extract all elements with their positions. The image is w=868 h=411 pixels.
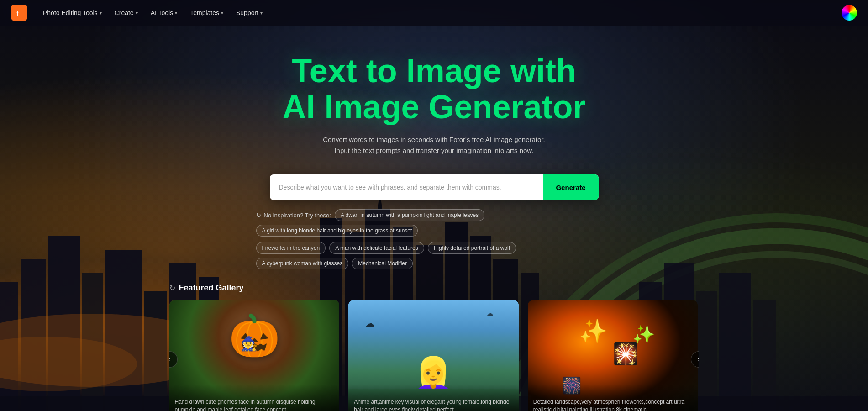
brand-logo[interactable]: f	[11, 5, 27, 21]
tag-button-6[interactable]: Mechanical Modifier	[352, 258, 413, 269]
hero-title: Text to Image with AI Image Generator	[282, 53, 585, 125]
tag-button-0[interactable]: A dwarf in autumn with a pumpkin light a…	[335, 209, 484, 221]
svg-text:f: f	[16, 10, 19, 17]
gallery-card-gnome-caption: Hand drawn cute gnomes face in autumn di…	[169, 385, 340, 411]
hero-content: Text to Image with AI Image Generator Co…	[0, 26, 868, 411]
nav-create[interactable]: Create ▾	[110, 6, 142, 19]
prompt-input[interactable]	[270, 174, 543, 200]
chevron-down-icon: ▾	[221, 11, 223, 16]
gallery-card-gnome[interactable]: 🎃 🧙 Hand drawn cute gnomes face in autum…	[169, 300, 340, 411]
generate-button[interactable]: Generate	[543, 174, 598, 200]
chevron-down-icon: ▾	[100, 11, 102, 16]
inspiration-label: ↻ No inspiration? Try these:	[256, 212, 331, 219]
svg-rect-0	[14, 8, 24, 18]
tag-button-5[interactable]: A cyberpunk woman with glasses	[256, 258, 349, 269]
nav-ai-tools[interactable]: AI Tools ▾	[146, 6, 182, 19]
gallery-card-anime-caption: Anime art,anime key visual of elegant yo…	[348, 385, 519, 411]
featured-title: Featured Gallery	[179, 283, 244, 293]
nav-templates-label: Templates	[190, 9, 219, 16]
nav-support-label: Support	[236, 9, 258, 16]
chevron-down-icon: ▾	[136, 11, 138, 16]
nav-ai-tools-label: AI Tools	[151, 9, 174, 16]
featured-gallery-section: ↻ Featured Gallery ‹ 🎃 🧙 Hand drawn cute…	[160, 283, 708, 411]
hero-title-line1: Text to Image with	[292, 53, 576, 89]
tag-button-3[interactable]: A man with delicate facial features	[329, 242, 424, 254]
navbar: f Photo Editing Tools ▾ Create ▾ AI Tool…	[0, 0, 868, 26]
chevron-down-icon: ▾	[260, 11, 263, 16]
tags-row2: Fireworks in the canyon A man with delic…	[256, 242, 612, 269]
chevron-down-icon: ▾	[175, 11, 177, 16]
gallery-card-fireworks[interactable]: ✨ ✨ 🎇 🎆 Detailed landscape,very atmosphe…	[528, 300, 698, 411]
gallery-card-fireworks-caption: Detailed landscape,very atmospheri firew…	[528, 385, 698, 411]
hero-title-line2: AI Image Generator	[282, 89, 585, 125]
tag-button-2[interactable]: Fireworks in the canyon	[256, 242, 326, 254]
nav-photo-editing-label: Photo Editing Tools	[43, 9, 98, 16]
prompt-search-bar: Generate	[270, 174, 599, 200]
nav-support[interactable]: Support ▾	[231, 6, 267, 19]
gallery-card-anime[interactable]: ☁ ☁ 👱‍♀️ Anime art,anime key visual of e…	[348, 300, 519, 411]
tag-button-4[interactable]: Highly detailed portrait of a wolf	[428, 242, 516, 254]
refresh-icon: ↻	[256, 212, 261, 219]
gallery-icon: ↻	[169, 284, 175, 292]
user-avatar[interactable]	[842, 5, 857, 21]
inspiration-row: ↻ No inspiration? Try these: A dwarf in …	[256, 209, 612, 237]
nav-create-label: Create	[115, 9, 134, 16]
nav-templates[interactable]: Templates ▾	[185, 6, 228, 19]
nav-photo-editing[interactable]: Photo Editing Tools ▾	[38, 6, 106, 19]
hero-subtitle: Convert words to images in seconds with …	[316, 134, 553, 156]
hero-section: Text to Image with AI Image Generator Co…	[0, 0, 868, 411]
fotor-logo-icon: f	[11, 5, 27, 21]
featured-header: ↻ Featured Gallery	[169, 283, 699, 293]
tag-button-1[interactable]: A girl with long blonde hair and big eye…	[256, 225, 418, 237]
gallery-carousel: ‹ 🎃 🧙 Hand drawn cute gnomes face in aut…	[169, 300, 699, 411]
